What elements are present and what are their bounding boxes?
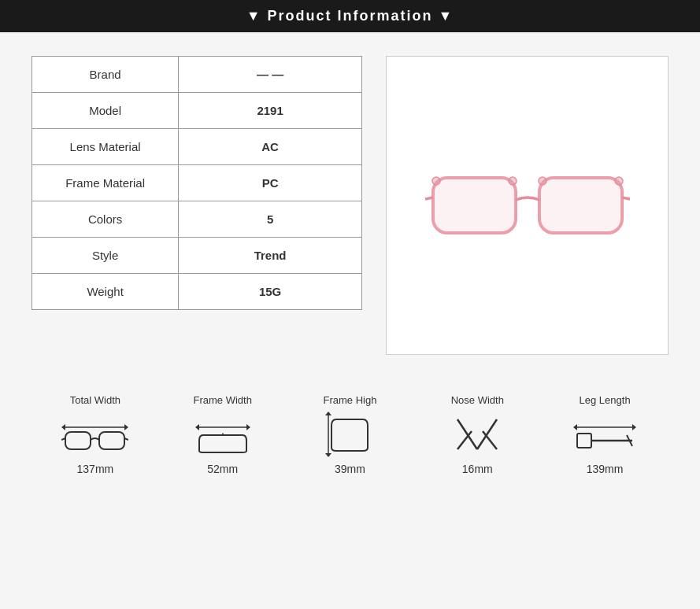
- table-row: Lens MaterialAC: [32, 129, 362, 165]
- svg-rect-13: [65, 432, 91, 449]
- product-image: [425, 154, 630, 257]
- leg-length-value: 139mm: [587, 463, 624, 475]
- measure-leg-length: Leg Length 139mm: [541, 394, 669, 475]
- row-value: 15G: [179, 274, 362, 310]
- frame-high-value: 39mm: [335, 463, 365, 475]
- row-label: Weight: [32, 274, 179, 310]
- total-width-value: 137mm: [77, 463, 114, 475]
- measure-nose-width: Nose Width 16mm: [413, 394, 541, 475]
- row-label: Brand: [32, 57, 179, 93]
- svg-marker-12: [124, 424, 128, 430]
- svg-rect-5: [539, 178, 622, 233]
- table-row: Colors5: [32, 201, 362, 238]
- svg-marker-22: [325, 453, 331, 457]
- table-row: Model2191: [32, 93, 362, 129]
- row-value: 5: [179, 201, 362, 238]
- svg-point-9: [615, 177, 623, 185]
- svg-rect-14: [99, 432, 124, 449]
- svg-rect-30: [577, 434, 591, 448]
- table-row: StyleTrend: [32, 238, 362, 274]
- product-info-table: Brand— —Model2191Lens MaterialACFrame Ma…: [31, 56, 362, 310]
- leg-length-label: Leg Length: [580, 394, 631, 406]
- row-value: PC: [179, 165, 362, 201]
- svg-marker-18: [195, 424, 199, 430]
- frame-high-icon: [314, 411, 385, 458]
- row-value: AC: [179, 129, 362, 165]
- frame-width-icon: [187, 411, 258, 458]
- nose-width-value: 16mm: [462, 463, 493, 475]
- svg-line-25: [457, 431, 472, 449]
- row-label: Colors: [32, 201, 179, 238]
- svg-marker-19: [246, 424, 250, 430]
- info-table-wrap: Brand— —Model2191Lens MaterialACFrame Ma…: [31, 56, 362, 355]
- page-header: ▼ Product Information ▼: [0, 0, 700, 32]
- measure-frame-width: Frame Width 52mm: [159, 394, 287, 475]
- nose-width-label: Nose Width: [451, 394, 504, 406]
- main-content: Brand— —Model2191Lens MaterialACFrame Ma…: [0, 32, 700, 378]
- frame-width-label: Frame Width: [193, 394, 251, 406]
- frame-high-label: Frame High: [324, 394, 377, 406]
- row-value: Trend: [179, 238, 362, 274]
- product-image-box: [386, 56, 669, 355]
- svg-line-26: [483, 431, 497, 449]
- header-title: ▼ Product Information ▼: [246, 8, 454, 24]
- svg-point-6: [432, 177, 440, 185]
- row-label: Lens Material: [32, 129, 179, 165]
- svg-marker-21: [325, 412, 331, 415]
- measure-frame-high: Frame High 39mm: [287, 394, 414, 475]
- table-row: Brand— —: [32, 57, 362, 93]
- row-label: Style: [32, 238, 179, 274]
- row-value: — —: [179, 57, 362, 93]
- svg-marker-11: [61, 424, 65, 430]
- svg-point-8: [539, 177, 546, 185]
- row-value: 2191: [179, 93, 362, 129]
- row-label: Frame Material: [32, 165, 179, 201]
- frame-width-value: 52mm: [207, 463, 238, 475]
- total-width-icon: [60, 411, 131, 458]
- svg-point-7: [509, 177, 517, 185]
- leg-length-icon: [569, 411, 640, 458]
- measurements-section: Total Width 137mm Frame Width: [0, 378, 700, 491]
- measure-total-width: Total Width 137mm: [31, 394, 159, 475]
- total-width-label: Total Width: [70, 394, 120, 406]
- nose-width-icon: [442, 411, 513, 458]
- svg-marker-29: [632, 424, 636, 430]
- svg-rect-4: [433, 178, 516, 233]
- table-row: Weight15G: [32, 274, 362, 310]
- table-row: Frame MaterialPC: [32, 165, 362, 201]
- svg-marker-28: [573, 424, 577, 430]
- row-label: Model: [32, 93, 179, 129]
